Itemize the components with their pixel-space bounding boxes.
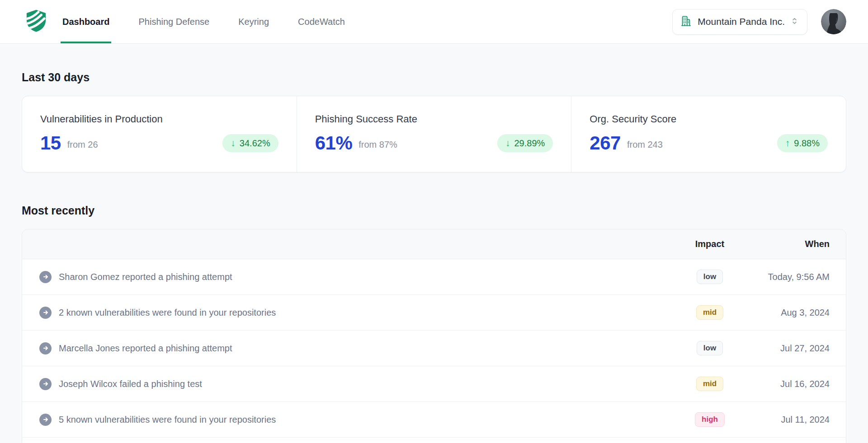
stat-card-security-score: Org. Security Score 267 from 243 ↑ 9.88%	[571, 96, 846, 172]
delta-percent: 29.89%	[514, 138, 545, 149]
event-when: Jul 27, 2024	[780, 343, 830, 353]
column-header-when: When	[739, 239, 830, 249]
recent-events-table: Impact When Sharon Gomez reported a phis…	[22, 229, 846, 443]
delta-badge: ↓ 29.89%	[497, 134, 553, 152]
impact-badge-low: low	[697, 341, 723, 355]
event-description: Sharon Gomez reported a phishing attempt	[59, 272, 232, 282]
stat-value: 15	[40, 132, 61, 154]
impact-badge-mid: mid	[696, 305, 723, 320]
table-row[interactable]: 5 known vulnerabilities were found in yo…	[22, 402, 846, 438]
stat-title: Vulnerabilities in Production	[40, 113, 278, 125]
brand-logo[interactable]	[24, 8, 48, 35]
stats-cards: Vulnerabilities in Production 15 from 26…	[22, 96, 846, 173]
stat-title: Phishing Success Rate	[315, 113, 553, 125]
column-header-impact: Impact	[680, 239, 739, 249]
stat-value: 267	[590, 132, 621, 154]
stat-card-phishing-success: Phishing Success Rate 61% from 87% ↓ 29.…	[297, 96, 571, 172]
event-when: Aug 3, 2024	[781, 308, 830, 317]
chevron-up-down-icon	[790, 17, 799, 27]
arrow-right-circle-icon[interactable]	[39, 414, 52, 426]
nav-tab-dashboard[interactable]: Dashboard	[61, 0, 111, 43]
primary-nav: Dashboard Phishing Defense Keyring CodeW…	[61, 0, 347, 43]
event-when: Today, 9:56 AM	[768, 272, 830, 282]
table-row[interactable]: Marcella Jones reported a phishing attem…	[22, 331, 846, 366]
stat-previous-value: from 26	[67, 140, 98, 150]
table-row[interactable]: Joseph Wilcox failed a phishing test mid…	[22, 366, 846, 402]
table-row-clipped	[22, 438, 846, 443]
arrow-down-icon: ↓	[231, 138, 236, 149]
stat-previous-value: from 87%	[359, 140, 397, 150]
header-right: Mountain Panda Inc.	[672, 9, 846, 35]
event-description: 2 known vulnerabilities were found in yo…	[59, 308, 276, 318]
nav-tab-keyring[interactable]: Keyring	[236, 0, 271, 43]
table-row[interactable]: Sharon Gomez reported a phishing attempt…	[22, 259, 846, 295]
nav-tab-phishing-defense[interactable]: Phishing Defense	[137, 0, 211, 43]
section-title-last-30-days: Last 30 days	[22, 71, 846, 84]
arrow-up-icon: ↑	[785, 138, 790, 149]
event-description: Joseph Wilcox failed a phishing test	[59, 379, 202, 389]
event-description: 5 known vulnerabilities were found in yo…	[59, 415, 276, 425]
delta-percent: 34.62%	[240, 138, 270, 149]
stat-card-vulnerabilities: Vulnerabilities in Production 15 from 26…	[22, 96, 297, 172]
building-icon	[680, 15, 692, 29]
event-when: Jul 16, 2024	[780, 379, 830, 389]
section-title-most-recently: Most recently	[22, 204, 846, 217]
shield-logo-icon	[24, 8, 48, 35]
arrow-down-icon: ↓	[505, 138, 510, 149]
event-description: Marcella Jones reported a phishing attem…	[59, 343, 232, 354]
delta-percent: 9.88%	[794, 138, 820, 149]
nav-tab-codewatch[interactable]: CodeWatch	[296, 0, 347, 43]
arrow-right-circle-icon[interactable]	[39, 342, 52, 354]
impact-badge-mid: mid	[696, 377, 723, 391]
main-content: Last 30 days Vulnerabilities in Producti…	[0, 71, 868, 443]
stat-value: 61%	[315, 132, 353, 154]
org-switcher[interactable]: Mountain Panda Inc.	[672, 9, 807, 35]
impact-badge-low: low	[697, 270, 723, 284]
table-row[interactable]: 2 known vulnerabilities were found in yo…	[22, 295, 846, 331]
arrow-right-circle-icon[interactable]	[39, 307, 52, 319]
table-header-row: Impact When	[22, 229, 846, 259]
event-when: Jul 11, 2024	[781, 415, 830, 424]
stat-title: Org. Security Score	[590, 113, 828, 125]
delta-badge: ↑ 9.88%	[777, 134, 828, 152]
org-name: Mountain Panda Inc.	[698, 16, 785, 27]
arrow-right-circle-icon[interactable]	[39, 271, 52, 283]
stat-previous-value: from 243	[627, 140, 663, 150]
impact-badge-high: high	[695, 412, 725, 427]
arrow-right-circle-icon[interactable]	[39, 378, 52, 390]
top-navbar: Dashboard Phishing Defense Keyring CodeW…	[0, 0, 868, 44]
user-avatar[interactable]	[821, 9, 846, 34]
delta-badge: ↓ 34.62%	[222, 134, 278, 152]
